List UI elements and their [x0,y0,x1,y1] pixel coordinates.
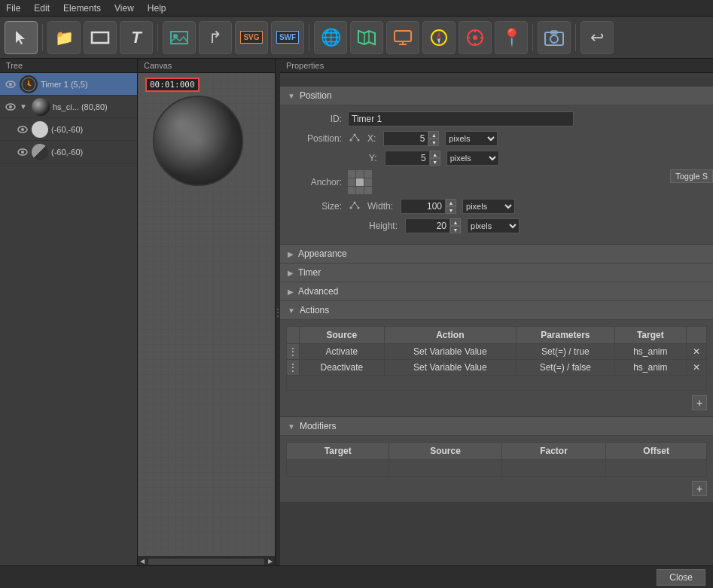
width-unit-select[interactable]: pixels percent [462,199,515,214]
expand-hsci[interactable]: ▼ [20,102,30,111]
canvas-area[interactable]: 00:01:000 [138,73,275,556]
map-btn[interactable] [350,21,383,54]
target-btn[interactable] [459,21,492,54]
y-down-btn[interactable]: ▼ [430,158,440,166]
action-delete-0[interactable]: ✕ [687,344,707,360]
tree-item-circle1[interactable]: (-60,-60) [0,118,137,141]
action-target-1[interactable]: hs_anim [614,360,686,376]
compass-btn[interactable] [422,21,456,54]
section-appearance-header[interactable]: ▶ Appearance [280,245,713,264]
label-hsci: hs_ci... (80,80) [53,102,108,111]
action-handle-0[interactable]: ⋮ [287,344,300,360]
action-action-0[interactable]: Set Variable Value [384,344,516,360]
monitor-btn[interactable] [386,21,419,54]
height-row: Height: ▲ ▼ pixels percent [369,218,704,233]
width-spinner: ▲ ▼ [401,199,456,214]
anchor-cell-bl[interactable] [348,187,355,194]
svg-line-42 [351,203,355,208]
text-btn[interactable]: T [120,21,153,54]
image-btn[interactable] [163,21,196,54]
section-timer-header[interactable]: ▶ Timer [280,264,713,282]
anchor-cell-tl[interactable] [348,170,355,178]
x-unit-select[interactable]: pixels percent [445,131,498,146]
width-up-btn[interactable]: ▲ [446,199,456,206]
arrow-btn[interactable]: ↰ [199,21,232,54]
eye-half1[interactable] [15,145,30,160]
anchor-cell-mc[interactable] [356,178,364,186]
actions-table: Source Action Parameters Target ⋮ Activa… [286,326,707,391]
anchor-cell-tc[interactable] [356,170,364,178]
menu-edit[interactable]: Edit [31,3,53,14]
action-source-0[interactable]: Activate [300,344,385,360]
x-up-btn[interactable]: ▲ [428,131,439,139]
section-position-arrow: ▼ [288,92,295,100]
toggle-s-button[interactable]: Toggle S [670,169,713,183]
anchor-cell-ml[interactable] [348,178,355,186]
height-up-btn[interactable]: ▲ [450,218,461,226]
height-down-btn[interactable]: ▼ [450,226,461,233]
anchor-cell-br[interactable] [364,187,372,194]
pin-btn[interactable]: 📍 [495,21,528,54]
modifiers-add-btn[interactable]: + [692,481,707,496]
id-input[interactable] [348,111,574,126]
svg-line-43 [355,203,358,208]
anchor-cell-tr[interactable] [364,170,372,178]
folder-btn[interactable]: 📁 [47,21,81,54]
canvas-panel-header: Canvas [138,59,275,73]
height-input[interactable] [405,218,450,233]
arrow-icon: ↰ [209,28,222,47]
undo-btn[interactable]: ↩ [580,21,614,54]
height-unit-select[interactable]: pixels percent [467,218,520,233]
anchor-cell-bc[interactable] [356,187,364,194]
svg-icon: SVG [240,31,262,44]
x-down-btn[interactable]: ▼ [428,139,439,146]
menu-help[interactable]: Help [145,3,169,14]
size-share-icon[interactable] [348,200,361,213]
eye-timer1[interactable] [3,77,18,92]
toolbar-sep-4 [532,24,533,51]
menu-view[interactable]: View [111,3,137,14]
action-params-1[interactable]: Set(=) / false [516,360,615,376]
action-handle-1[interactable]: ⋮ [287,360,300,376]
menu-elements[interactable]: Elements [60,3,104,14]
section-position-header[interactable]: ▼ Position [280,87,713,105]
section-modifiers-header[interactable]: ▼ Modifiers [280,417,713,436]
y-up-btn[interactable]: ▲ [430,151,440,158]
y-spinner-btns: ▲ ▼ [430,151,440,166]
photo-btn[interactable] [538,21,571,54]
x-input[interactable] [383,131,428,146]
width-input[interactable] [401,199,446,214]
close-button[interactable]: Close [657,569,705,586]
actions-add-btn[interactable]: + [692,395,707,410]
action-params-0[interactable]: Set(=) / true [516,344,615,360]
svg-point-33 [21,151,24,154]
eye-hsci[interactable] [3,99,18,114]
scroll-right-btn[interactable]: ▶ [266,557,275,566]
tree-item-hscí[interactable]: ▼ hs_ci... (80,80) [0,96,137,118]
action-source-1[interactable]: Deactivate [300,360,385,376]
position-share-icon[interactable] [348,132,361,145]
action-delete-1[interactable]: ✕ [687,360,707,376]
swf-btn[interactable]: SWF [271,21,304,54]
scroll-left-btn[interactable]: ◀ [138,557,147,566]
rect-btn[interactable] [84,21,117,54]
action-action-1[interactable]: Set Variable Value [384,360,516,376]
select-tool[interactable] [5,21,38,54]
globe-btn[interactable]: 🌐 [314,21,347,54]
y-unit-select[interactable]: pixels percent [446,151,499,166]
tree-item-timer1[interactable]: Timer 1 (5,5) [0,73,137,96]
width-down-btn[interactable]: ▼ [446,206,456,214]
eye-circle1[interactable] [15,122,30,137]
svg-btn[interactable]: SVG [235,21,268,54]
section-actions-header[interactable]: ▼ Actions [280,301,713,320]
anchor-grid[interactable] [348,170,372,194]
scroll-track-h[interactable] [148,559,264,565]
menu-file[interactable]: File [3,3,23,14]
tree-item-half1[interactable]: (-60,-60) [0,141,137,163]
svg-rect-2 [171,32,187,44]
svg-marker-4 [358,31,375,44]
action-target-0[interactable]: hs_anim [614,344,686,360]
anchor-cell-mr[interactable] [364,178,372,186]
section-advanced-header[interactable]: ▶ Advanced [280,282,713,301]
y-input[interactable] [385,151,430,166]
